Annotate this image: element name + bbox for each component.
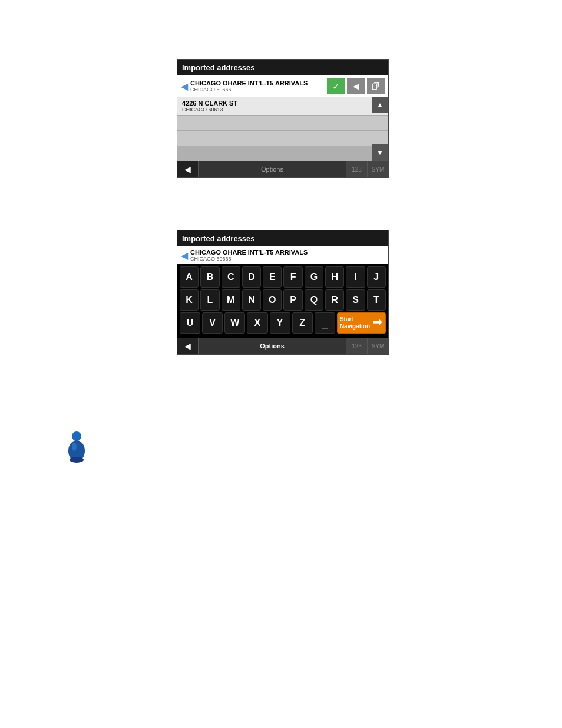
bottom-back-button[interactable]: ◀ <box>177 161 199 177</box>
key-R[interactable]: R <box>325 289 344 311</box>
key-W[interactable]: W <box>224 312 245 334</box>
start-nav-line1: Start <box>340 316 370 323</box>
start-nav-text: Start Navigation <box>340 316 370 330</box>
empty-row-3 <box>177 146 388 161</box>
num-button[interactable]: 123 <box>346 161 367 177</box>
widget1-selected-sub: CHICAGO 60666 <box>190 87 325 93</box>
widget2-bottom-back-button[interactable]: ◀ <box>177 338 199 354</box>
key-Y[interactable]: Y <box>270 312 290 334</box>
key-O[interactable]: O <box>263 289 282 311</box>
widget1-selected-name: CHICAGO OHARE INT'L-T5 ARRIVALS <box>190 80 325 87</box>
sym-button[interactable]: SYM <box>367 161 388 177</box>
kb-row-1: A B C D E F G H I J <box>180 266 386 288</box>
widget2-selected-row[interactable]: ◀ CHICAGO OHARE INT'L-T5 ARRIVALS CHICAG… <box>177 246 388 264</box>
widget1-list-area: ▲ 4226 N CLARK ST CHICAGO 60613 ▼ <box>177 97 388 161</box>
top-rule <box>12 37 550 37</box>
svg-point-0 <box>72 431 81 441</box>
start-navigation-button[interactable]: Start Navigation ⮕ <box>337 312 386 334</box>
widget2-selected-arrow-icon: ◀ <box>181 250 188 261</box>
key-U[interactable]: U <box>180 312 200 334</box>
key-S[interactable]: S <box>346 289 365 311</box>
widget1-selected-row[interactable]: ◀ CHICAGO OHARE INT'L-T5 ARRIVALS CHICAG… <box>177 75 388 97</box>
key-M[interactable]: M <box>222 289 240 311</box>
key-space[interactable]: ⎯ <box>315 312 335 334</box>
key-D[interactable]: D <box>242 266 261 288</box>
back-icon: ◀ <box>353 81 359 91</box>
widget2-sym-button[interactable]: SYM <box>367 338 388 354</box>
kb-row-3: U V W X Y Z ⎯ Start Navigation ⮕ <box>180 312 386 334</box>
widget1-imported-addresses: Imported addresses ◀ CHICAGO OHARE INT'L… <box>177 59 389 178</box>
checkmark-button[interactable]: ✓ <box>327 78 345 94</box>
key-N[interactable]: N <box>242 289 261 311</box>
widget1-bottom-bar: ◀ Options 123 SYM <box>177 161 388 177</box>
bottom-rule <box>12 691 550 691</box>
svg-point-3 <box>72 443 77 451</box>
key-H[interactable]: H <box>325 266 344 288</box>
scroll-up-button[interactable]: ▲ <box>372 97 388 113</box>
svg-point-2 <box>70 457 84 463</box>
empty-row-2 <box>177 130 388 146</box>
key-L[interactable]: L <box>200 289 219 311</box>
checkmark-icon: ✓ <box>332 81 340 92</box>
key-I[interactable]: I <box>346 266 365 288</box>
widget2-options-button[interactable]: Options <box>199 338 346 354</box>
copy-icon: 🗍 <box>372 81 380 91</box>
key-J[interactable]: J <box>367 266 386 288</box>
widget2-bottom-bar: ◀ Options 123 SYM <box>177 338 388 354</box>
widget2-num-button[interactable]: 123 <box>346 338 367 354</box>
scroll-down-button[interactable]: ▼ <box>372 144 388 161</box>
widget2-title: Imported addresses <box>177 230 388 246</box>
nav-arrow-icon: ⮕ <box>372 317 383 330</box>
key-G[interactable]: G <box>305 266 323 288</box>
key-K[interactable]: K <box>180 289 199 311</box>
widget1-title: Imported addresses <box>177 60 388 75</box>
key-T[interactable]: T <box>367 289 386 311</box>
key-E[interactable]: E <box>263 266 282 288</box>
list-item[interactable]: 4226 N CLARK ST CHICAGO 60613 <box>177 97 388 115</box>
widget2-selected-name: CHICAGO OHARE INT'L-T5 ARRIVALS <box>190 249 385 256</box>
widget2-imported-addresses: Imported addresses ◀ CHICAGO OHARE INT'L… <box>177 230 389 355</box>
list-item-sub: CHICAGO 60613 <box>182 107 369 113</box>
options-button[interactable]: Options <box>199 161 346 177</box>
key-V[interactable]: V <box>202 312 223 334</box>
key-X[interactable]: X <box>247 312 267 334</box>
key-F[interactable]: F <box>283 266 302 288</box>
figure-icon <box>65 430 88 460</box>
start-nav-line2: Navigation <box>340 323 370 330</box>
back-arrow-button[interactable]: ◀ <box>347 78 365 94</box>
copy-button[interactable]: 🗍 <box>367 78 385 94</box>
keyboard-area: A B C D E F G H I J K L M N O P Q R S T … <box>177 264 388 338</box>
key-Z[interactable]: Z <box>292 312 313 334</box>
list-item-name: 4226 N CLARK ST <box>182 100 369 107</box>
empty-row-1 <box>177 115 388 130</box>
key-A[interactable]: A <box>180 266 199 288</box>
selected-arrow-icon: ◀ <box>181 81 188 92</box>
key-Q[interactable]: Q <box>305 289 323 311</box>
key-C[interactable]: C <box>222 266 240 288</box>
key-P[interactable]: P <box>283 289 302 311</box>
widget2-selected-sub: CHICAGO 60666 <box>190 256 385 262</box>
key-B[interactable]: B <box>200 266 219 288</box>
kb-row-2: K L M N O P Q R S T <box>180 289 386 311</box>
